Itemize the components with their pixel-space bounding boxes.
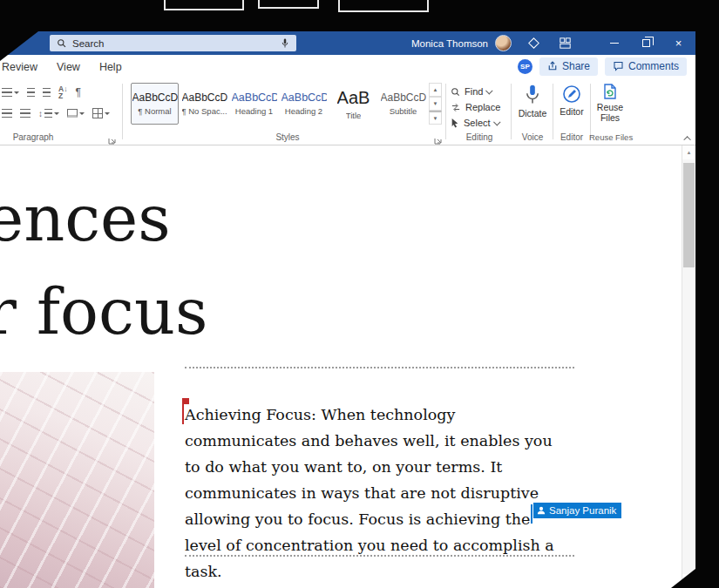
replace-button[interactable]: Replace bbox=[451, 100, 500, 114]
search-icon bbox=[57, 38, 66, 48]
background-window-outline bbox=[164, 0, 244, 10]
find-icon bbox=[451, 87, 460, 97]
reuse-files-icon bbox=[601, 83, 619, 100]
document-headline-line1[interactable]: ences bbox=[0, 186, 171, 250]
editor-button[interactable]: Editor bbox=[555, 84, 588, 117]
comments-icon bbox=[613, 61, 624, 71]
group-divider bbox=[590, 84, 591, 139]
tab-review[interactable]: Review bbox=[0, 55, 47, 78]
tab-view[interactable]: View bbox=[47, 55, 90, 78]
document-canvas[interactable]: ences r focus Achieving Focus: When tech… bbox=[0, 145, 682, 588]
restore-button[interactable] bbox=[640, 37, 653, 50]
dotted-separator-bottom bbox=[185, 555, 574, 557]
select-cursor-icon bbox=[451, 118, 459, 128]
ribbon: A↓Z ¶ ↕ Paragraph AaBbCcDd ¶ Norma bbox=[0, 78, 695, 145]
styles-gallery-more[interactable]: ▼ bbox=[429, 111, 442, 125]
close-button[interactable]: × bbox=[672, 37, 685, 50]
document-paragraph[interactable]: Achieving Focus: When technology communi… bbox=[185, 402, 554, 585]
share-icon bbox=[547, 61, 558, 71]
align-center-icon[interactable] bbox=[20, 109, 31, 118]
sort-icon[interactable]: A↓Z bbox=[58, 85, 67, 100]
background-window-outline bbox=[258, 0, 319, 9]
style-title[interactable]: AaB Title bbox=[329, 83, 377, 125]
diamond-icon[interactable] bbox=[526, 36, 541, 51]
document-photo-building[interactable] bbox=[0, 372, 154, 588]
dictate-button[interactable]: Dictate bbox=[514, 84, 551, 118]
styles-gallery-scroll-up[interactable]: ▲ bbox=[429, 83, 442, 97]
style-heading-1[interactable]: AaBbCcD Heading 1 bbox=[230, 83, 278, 125]
collaborator-cursor-blue bbox=[531, 504, 532, 524]
paragraph-dialog-launcher-icon[interactable] bbox=[108, 132, 117, 141]
apps-grid-icon[interactable] bbox=[557, 36, 573, 51]
line-spacing-icon[interactable]: ↕ bbox=[38, 109, 59, 118]
search-input[interactable]: Search bbox=[50, 35, 296, 51]
shading-icon[interactable] bbox=[67, 109, 85, 118]
chevron-down-icon bbox=[493, 118, 500, 125]
vertical-scrollbar[interactable]: ▲ ▼ bbox=[682, 145, 695, 588]
scrollbar-thumb[interactable] bbox=[683, 163, 695, 267]
share-label: Share bbox=[562, 60, 590, 72]
device-bezel-right bbox=[695, 0, 719, 588]
increase-indent-icon[interactable] bbox=[43, 88, 51, 97]
tab-help[interactable]: Help bbox=[90, 55, 132, 78]
editor-icon bbox=[561, 84, 582, 105]
word-app-window: Search Monica Thomson × Review bbox=[0, 31, 695, 588]
replace-icon bbox=[451, 103, 461, 112]
style-normal[interactable]: AaBbCcDd ¶ Normal bbox=[131, 83, 179, 125]
decrease-indent-icon[interactable] bbox=[27, 88, 35, 97]
minimize-button[interactable] bbox=[607, 37, 621, 50]
device-screen: Search Monica Thomson × Review bbox=[0, 0, 719, 588]
dictate-mic-icon bbox=[525, 84, 540, 106]
title-bar: Search Monica Thomson × bbox=[0, 31, 695, 55]
ribbon-tab-row: Review View Help SP Share Comments bbox=[0, 55, 695, 78]
share-button[interactable]: Share bbox=[539, 57, 598, 76]
multilevel-list-icon[interactable] bbox=[2, 88, 19, 97]
styles-dialog-launcher-icon[interactable] bbox=[434, 132, 443, 141]
document-headline-line2[interactable]: r focus bbox=[0, 280, 207, 343]
paragraph-group: A↓Z ¶ ↕ bbox=[0, 84, 120, 125]
group-divider bbox=[445, 84, 446, 139]
person-icon bbox=[537, 506, 546, 515]
group-divider bbox=[511, 84, 512, 139]
editor-group-label: Editor bbox=[559, 132, 585, 142]
voice-group-label: Voice bbox=[519, 132, 546, 142]
dotted-separator-top bbox=[185, 367, 574, 368]
background-window-outline bbox=[338, 0, 429, 12]
collaborator-cursor-red bbox=[182, 404, 184, 424]
collaborator-presence-badge[interactable]: SP bbox=[518, 59, 532, 74]
search-placeholder: Search bbox=[72, 38, 275, 49]
show-formatting-marks-icon[interactable]: ¶ bbox=[75, 86, 80, 98]
find-button[interactable]: Find bbox=[451, 84, 492, 98]
chevron-down-icon bbox=[485, 87, 492, 94]
voice-search-mic-icon[interactable] bbox=[281, 37, 289, 49]
paragraph-group-label: Paragraph bbox=[7, 132, 59, 142]
select-button[interactable]: Select bbox=[451, 116, 500, 130]
comments-label: Comments bbox=[628, 60, 679, 72]
align-left-icon[interactable] bbox=[2, 109, 12, 118]
device-bezel-top bbox=[0, 0, 719, 31]
reuse-files-button[interactable]: ReuseFiles bbox=[593, 83, 627, 123]
collapse-ribbon-button[interactable] bbox=[683, 134, 694, 143]
avatar[interactable] bbox=[495, 35, 512, 51]
borders-icon[interactable] bbox=[92, 108, 110, 118]
collaborator-name-flag[interactable]: Sanjay Puranik bbox=[533, 503, 621, 518]
style-no-spacing[interactable]: AaBbCcDd ¶ No Spac... bbox=[180, 83, 228, 125]
account-user-name[interactable]: Monica Thomson bbox=[411, 38, 488, 49]
editing-group-label: Editing bbox=[458, 132, 501, 142]
comments-button[interactable]: Comments bbox=[605, 57, 687, 76]
styles-gallery-scroll-down[interactable]: ▼ bbox=[429, 97, 442, 111]
styles-group-label: Styles bbox=[261, 132, 314, 142]
style-subtitle[interactable]: AaBbCcD Subtitle bbox=[379, 83, 427, 125]
scroll-up-button[interactable]: ▲ bbox=[682, 145, 695, 159]
style-heading-2[interactable]: AaBbCcD Heading 2 bbox=[280, 83, 328, 125]
group-divider bbox=[122, 84, 123, 139]
reuse-files-group-label: Reuse Files bbox=[589, 132, 631, 142]
group-divider bbox=[553, 84, 553, 139]
